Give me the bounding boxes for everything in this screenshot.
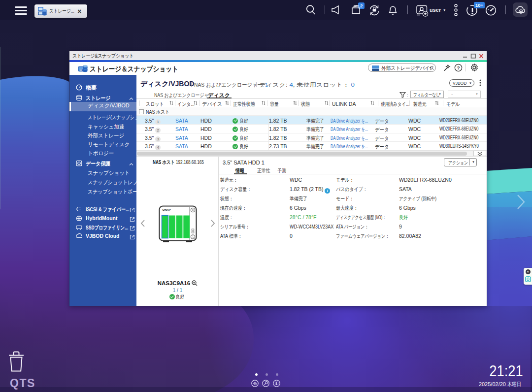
svg-text:QNAP: QNAP bbox=[163, 208, 171, 211]
svg-text:io: io bbox=[79, 68, 82, 71]
svg-text:?: ? bbox=[457, 65, 460, 70]
